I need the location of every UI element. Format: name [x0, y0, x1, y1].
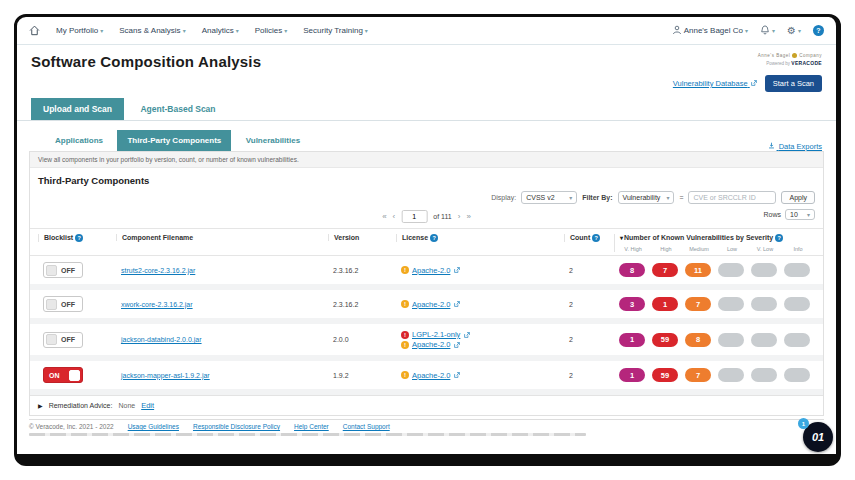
nav-policies[interactable]: Policies▾ [255, 26, 288, 35]
badge-very-high: 1 [619, 333, 645, 347]
notifications-menu[interactable]: ▾ [760, 25, 775, 37]
severity-badges: 1 59 7 [619, 368, 815, 382]
license-link[interactable]: Apache-2.0 [412, 300, 450, 309]
info-icon[interactable]: ? [592, 234, 600, 242]
chevron-down-icon: ▾ [236, 27, 239, 34]
nav-analytics[interactable]: Analytics▾ [202, 26, 239, 35]
chevron-down-icon: ▾ [666, 194, 669, 201]
info-icon[interactable]: ? [775, 234, 783, 242]
user-icon [672, 25, 682, 37]
badge-high: 59 [652, 333, 678, 347]
rows-per-page-select[interactable]: 10▾ [785, 209, 815, 220]
tab-third-party-components[interactable]: Third-Party Components [117, 130, 231, 151]
home-icon[interactable] [29, 22, 40, 40]
external-link-icon [454, 267, 460, 273]
license-link[interactable]: Apache-2.0 [412, 266, 450, 275]
footer-link-help-center[interactable]: Help Center [294, 423, 329, 430]
license-link[interactable]: Apache-2.0 [412, 340, 450, 349]
section-heading: Third-Party Components [30, 168, 823, 188]
component-link[interactable]: jackson-databind-2.0.0.jar [121, 336, 202, 343]
apply-button[interactable]: Apply [781, 191, 815, 204]
remediation-edit-link[interactable]: Edit [141, 401, 154, 410]
page-last-icon[interactable]: » [466, 212, 470, 221]
start-scan-button[interactable]: Start a Scan [765, 75, 822, 92]
tab-upload-and-scan[interactable]: Upload and Scan [31, 98, 124, 120]
tab-vulnerabilities[interactable]: Vulnerabilities [236, 130, 310, 151]
tab-applications[interactable]: Applications [45, 130, 113, 151]
badge-info [784, 333, 810, 347]
help-icon[interactable]: ? [813, 25, 824, 36]
chevron-down-icon: ▾ [772, 27, 775, 34]
blocklist-toggle[interactable]: OFF [43, 296, 83, 312]
license-error-icon: ! [401, 331, 409, 339]
badge-low [718, 297, 744, 311]
component-link[interactable]: jackson-mapper-asl-1.9.2.jar [121, 372, 210, 379]
count-value: 2 [564, 267, 614, 274]
footer-link-contact-support[interactable]: Contact Support [343, 423, 390, 430]
chevron-down-icon: ▾ [284, 27, 287, 34]
table-header: Blocklist? Component Filename Version Li… [30, 228, 823, 256]
page-next-icon[interactable]: › [458, 212, 461, 221]
badge-very-low [751, 263, 777, 277]
external-link-icon [751, 80, 757, 86]
badge-very-low [751, 368, 777, 382]
col-severity[interactable]: Number of Known Vulnerabilities by Sever… [614, 234, 815, 252]
page-number-input[interactable] [401, 210, 427, 223]
chevron-down-icon: ▾ [100, 27, 103, 34]
blocklist-toggle[interactable]: ON [43, 367, 83, 383]
gear-icon: ⚙ [787, 26, 796, 36]
footer-link-responsible-disclosure[interactable]: Responsible Disclosure Policy [193, 423, 280, 430]
badge-very-high: 3 [619, 297, 645, 311]
powered-by-label: Powered by [766, 61, 790, 66]
blocklist-toggle[interactable]: OFF [43, 262, 83, 278]
page-prev-icon[interactable]: ‹ [393, 212, 396, 221]
expand-icon[interactable]: ▶ [38, 402, 43, 409]
info-bar: View all components in your portfolio by… [30, 152, 823, 168]
remediation-value: None [118, 402, 135, 409]
top-nav: My Portfolio▾ Scans & Analysis▾ Analytic… [17, 17, 836, 45]
overlay-widget[interactable]: 01 1 [803, 422, 833, 452]
license-link[interactable]: LGPL-2.1-only [412, 330, 460, 339]
display-label: Display: [491, 194, 516, 201]
license-warning-icon: ! [401, 341, 409, 349]
badge-medium: 7 [685, 297, 711, 311]
brand-customer-name: Anne's Bagel [758, 53, 790, 58]
count-value: 2 [564, 336, 614, 343]
page-first-icon[interactable]: « [382, 212, 386, 221]
account-menu[interactable]: Anne's Bagel Co▾ [672, 25, 748, 37]
nav-my-portfolio[interactable]: My Portfolio▾ [56, 26, 103, 35]
footer: © Veracode, Inc. 2021 - 2022 Usage Guide… [29, 419, 824, 430]
nav-scans-analysis[interactable]: Scans & Analysis▾ [119, 26, 185, 35]
external-link-icon [454, 372, 460, 378]
severity-badges: 1 59 8 [619, 333, 815, 347]
col-count: Count? [564, 234, 614, 242]
data-exports-link[interactable]: Data Exports [768, 142, 822, 151]
badge-low [718, 368, 744, 382]
version-value: 2.0.0 [328, 336, 396, 343]
remediation-row: ▶ Remediation Advice: None Edit [30, 395, 823, 415]
cve-search-input[interactable] [688, 191, 776, 204]
nav-security-training[interactable]: Security Training▾ [303, 26, 368, 35]
vulnerability-database-link[interactable]: Vulnerability Database [673, 79, 757, 88]
component-link[interactable]: struts2-core-2.3.16.2.jar [121, 267, 195, 274]
info-icon[interactable]: ? [430, 234, 438, 242]
table-row: OFF jackson-databind-2.0.0.jar 2.0.0 !LG… [30, 324, 823, 361]
veracode-logo: VERACODE [791, 60, 822, 66]
license-link[interactable]: Apache-2.0 [412, 371, 450, 380]
filter-by-select[interactable]: Vulnerability▾ [618, 191, 675, 204]
info-icon[interactable]: ? [75, 234, 83, 242]
blocklist-toggle[interactable]: OFF [43, 332, 83, 348]
external-link-icon [454, 301, 460, 307]
equals-sign: = [679, 194, 683, 201]
col-license: License? [396, 234, 564, 242]
component-link[interactable]: xwork-core-2.3.16.2.jar [121, 301, 193, 308]
chevron-down-icon: ▾ [807, 211, 810, 218]
rows-label: Rows [763, 211, 781, 218]
external-link-icon [454, 342, 460, 348]
primary-tabs: Upload and Scan Agent-Based Scan [17, 98, 836, 121]
display-select[interactable]: CVSS v2▾ [521, 191, 577, 204]
footer-link-usage-guidelines[interactable]: Usage Guidelines [128, 423, 179, 430]
overlay-logo: 01 [812, 431, 824, 443]
settings-menu[interactable]: ⚙▾ [787, 26, 801, 36]
tab-agent-based-scan[interactable]: Agent-Based Scan [128, 98, 227, 120]
